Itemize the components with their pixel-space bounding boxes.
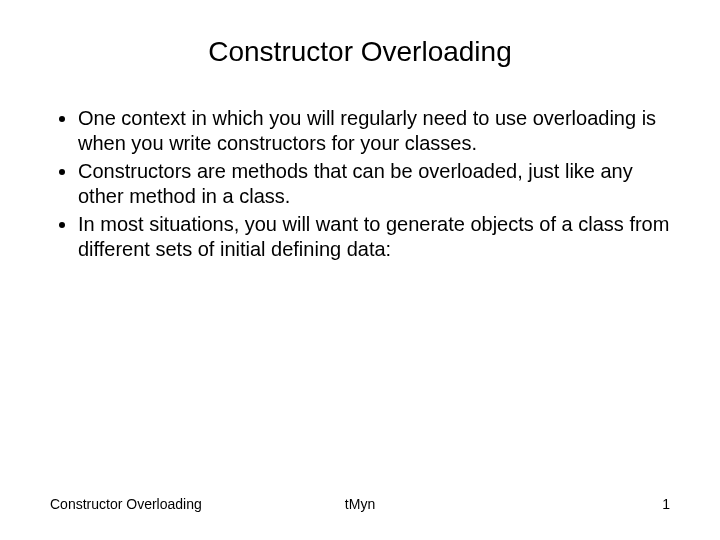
bullet-item: In most situations, you will want to gen… xyxy=(78,212,670,262)
footer-page-number: 1 xyxy=(463,496,670,512)
bullet-list: One context in which you will regularly … xyxy=(50,106,670,262)
slide-container: Constructor Overloading One context in w… xyxy=(0,0,720,540)
footer-center-text: tMyn xyxy=(257,496,464,512)
slide-footer: Constructor Overloading tMyn 1 xyxy=(50,496,670,512)
bullet-item: Constructors are methods that can be ove… xyxy=(78,159,670,209)
footer-left-text: Constructor Overloading xyxy=(50,496,257,512)
slide-title: Constructor Overloading xyxy=(50,36,670,68)
bullet-item: One context in which you will regularly … xyxy=(78,106,670,156)
slide-content: One context in which you will regularly … xyxy=(50,106,670,500)
